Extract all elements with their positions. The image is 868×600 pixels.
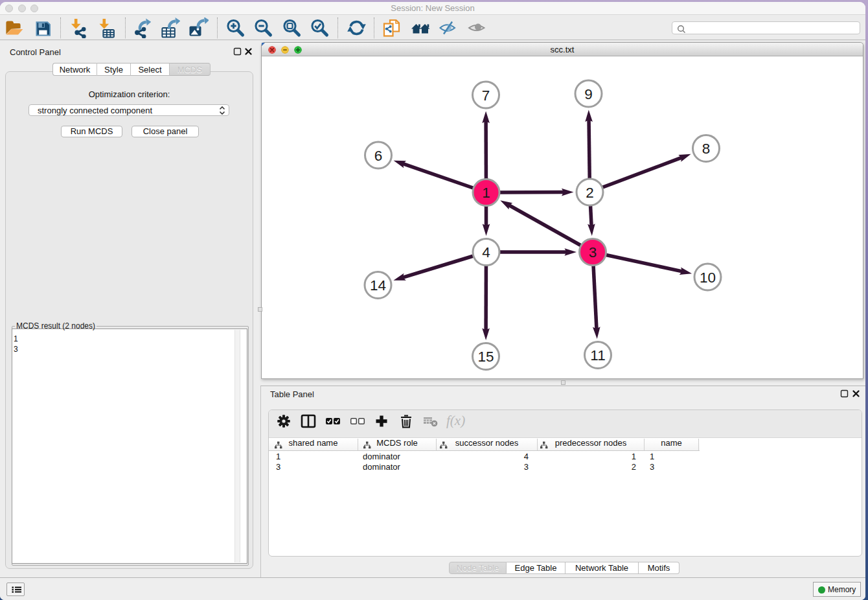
svg-text:14: 14: [370, 277, 386, 294]
svg-text:3: 3: [589, 244, 597, 260]
svg-text:6: 6: [374, 148, 383, 164]
svg-text:11: 11: [590, 347, 605, 363]
svg-text:9: 9: [584, 86, 593, 102]
svg-text:2: 2: [586, 185, 594, 201]
svg-text:8: 8: [702, 141, 711, 157]
svg-text:7: 7: [482, 87, 490, 104]
svg-text:1: 1: [482, 185, 490, 201]
svg-text:10: 10: [700, 270, 716, 286]
svg-text:15: 15: [477, 349, 494, 365]
svg-text:4: 4: [482, 244, 490, 260]
